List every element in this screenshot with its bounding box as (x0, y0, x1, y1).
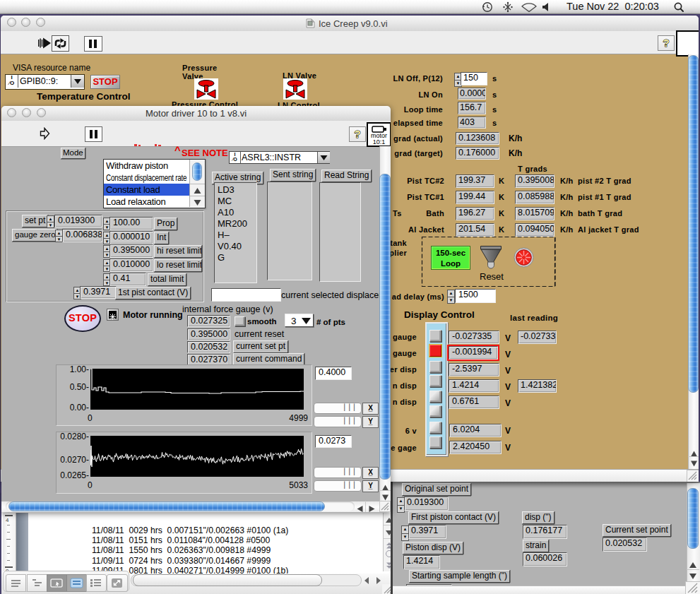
svg-text:?: ? (354, 128, 360, 140)
svg-text:?: ? (663, 37, 669, 49)
